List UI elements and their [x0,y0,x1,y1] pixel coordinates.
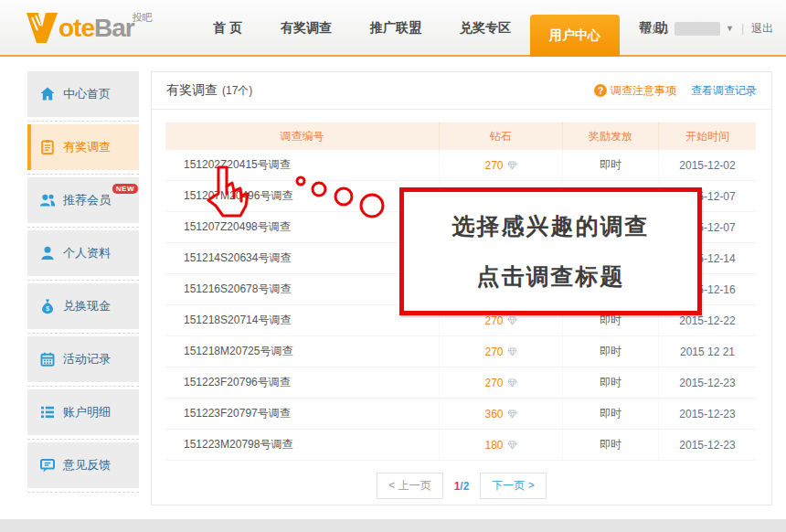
logo-text-bar: Bar [94,12,134,45]
nav-item-user-center[interactable]: 用户中心 [530,15,620,57]
col-header-2: 奖励发放 [563,122,659,150]
sidebar-item-label: 活动记录 [63,351,111,367]
logo[interactable]: ote Bar 投吧 [26,10,153,45]
gem-icon [507,347,517,356]
users-icon [39,192,56,208]
user-icon [39,245,56,261]
logo-text-ote: ote [58,12,94,45]
table-row: 151223F20797号调查360即时2015-12-23 [165,399,756,430]
sidebar-item-label: 中心首页 [63,86,111,102]
sidebar-item-label: 意见反馈 [63,457,111,473]
reward-cell: 即时 [563,430,659,460]
date-cell: 2015-12-23 [659,399,756,429]
page-footer [0,519,786,532]
logout-link[interactable]: 退出 [751,21,773,37]
diamond-value: 180 [484,439,503,452]
sidebar-item-feedback[interactable]: 意见反馈 [27,442,139,488]
diamond-cell: 270 [440,367,563,398]
sidebar-item-label: 个人资料 [63,245,111,261]
list-icon [39,404,56,420]
sidebar-item-label: 兑换现金 [63,298,111,314]
sidebar-item-center-home[interactable]: 中心首页 [27,71,139,117]
chevron-down-icon[interactable]: ▼ [726,24,734,33]
col-header-0: 调查编号 [165,122,440,150]
calendar-icon [39,351,56,367]
table-row: 151218M20725号调查270即时2015 12 21 [165,336,756,367]
date-cell: 2015-12-23 [659,430,756,460]
diamond-value: 270 [484,346,503,358]
logo-v-icon [26,10,58,45]
sidebar-item-survey[interactable]: 有奖调查 [27,124,139,170]
home-icon [39,86,56,102]
survey-id-link[interactable]: 151214S20634号调查 [165,243,440,273]
survey-id-link[interactable]: 151223F20797号调查 [165,399,440,429]
sidebar-item-label: 账户明细 [63,404,111,420]
date-cell: 2015-12-02 [659,150,756,180]
diamond-cell: 270 [440,150,563,180]
diamond-value: 270 [484,377,503,389]
moneybag-icon: $ [39,298,56,314]
gem-icon [507,378,517,388]
diamond-value: 270 [484,314,503,327]
notice-link[interactable]: ?调查注意事项 [594,83,676,99]
nav-item-redeem[interactable]: 兑奖专区 [441,0,530,57]
survey-id-link[interactable]: 151218S20714号调查 [165,305,440,335]
table-header-row: 调查编号钻石奖励发放开始时间 [165,122,756,150]
hand-cursor-drawing [205,165,258,222]
username-blurred[interactable] [674,22,720,36]
prev-page-button[interactable]: < 上一页 [377,473,442,499]
survey-id-link[interactable]: 151216S20678号调查 [165,274,440,304]
titlebar-links: ?调查注意事项 查看调查记录 [594,83,757,99]
logo-chinese-label: 投吧 [133,11,153,25]
user-greeting: 您好 , [641,21,669,37]
page-indicator: 1/2 [454,480,470,493]
question-icon: ? [594,84,607,97]
date-cell: 2015-12-23 [659,367,756,398]
clipboard-icon [39,139,56,155]
sidebar-item-label: 有奖调查 [63,139,111,155]
survey-id-link[interactable]: 151218M20725号调查 [165,336,440,367]
gem-icon [507,161,517,170]
sidebar-item-cash[interactable]: $兑换现金 [27,283,139,329]
diamond-cell: 360 [440,399,563,429]
divider: | [741,22,744,35]
sidebar: 中心首页有奖调查推荐会员NEW个人资料$兑换现金活动记录账户明细意见反馈 [27,71,139,495]
table-row: 151223F20796号调查270即时2015-12-23 [165,367,756,399]
click-trail-circles [292,170,391,221]
diamond-value: 360 [484,408,503,420]
next-page-button[interactable]: 下一页 > [480,473,546,499]
reward-cell: 即时 [563,399,659,429]
main-nav: 首 页有奖调查推广联盟兑奖专区用户中心帮 助 [194,0,687,57]
nav-item-promotion[interactable]: 推广联盟 [351,0,441,57]
col-header-1: 钻石 [440,122,563,150]
nav-item-survey[interactable]: 有奖调查 [261,0,351,57]
diamond-cell: 180 [440,430,563,460]
reward-cell: 即时 [563,336,659,367]
callout-line1: 选择感兴趣的调查 [452,211,650,241]
diamond-value: 270 [484,159,503,172]
diamond-cell: 270 [440,336,563,367]
page-title: 有奖调查 [166,82,218,99]
gem-icon [507,410,517,419]
table-row: 151223M20798号调查180即时2015-12-23 [165,430,756,461]
nav-item-home[interactable]: 首 页 [194,0,261,57]
sidebar-item-account[interactable]: 账户明细 [27,389,139,435]
date-cell: 2015 12 21 [659,336,756,367]
survey-id-link[interactable]: 151223F20796号调查 [165,367,440,398]
callout-box: 选择感兴趣的调查 点击调查标题 [399,187,702,315]
feedback-icon [39,457,56,473]
reward-cell: 即时 [563,150,659,180]
sidebar-item-activity[interactable]: 活动记录 [27,336,139,382]
records-link[interactable]: 查看调查记录 [691,83,757,99]
new-badge: NEW [112,184,138,194]
gem-icon [507,441,517,450]
panel-titlebar: 有奖调查 (17个) ?调查注意事项 查看调查记录 [152,72,771,110]
survey-id-link[interactable]: 151223M20798号调查 [165,430,440,460]
sidebar-item-label: 推荐会员 [63,192,111,208]
reward-cell: 即时 [563,367,659,398]
survey-count: (17个) [222,83,252,99]
sidebar-item-referral[interactable]: 推荐会员NEW [27,177,139,223]
site-header: ote Bar 投吧 首 页有奖调查推广联盟兑奖专区用户中心帮 助 您好 , ▼… [0,0,786,57]
sidebar-item-profile[interactable]: 个人资料 [27,230,139,276]
callout-line2: 点击调查标题 [477,261,625,292]
